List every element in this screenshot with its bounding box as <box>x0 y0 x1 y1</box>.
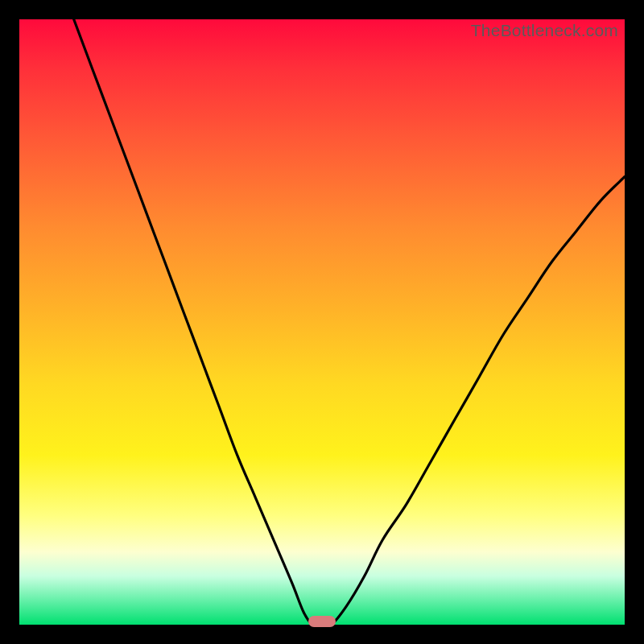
optimum-marker <box>308 616 336 627</box>
bottleneck-curve <box>19 19 625 625</box>
curve-path <box>74 19 625 625</box>
chart-frame: TheBottleneck.com <box>0 0 644 644</box>
plot-area: TheBottleneck.com <box>19 19 625 625</box>
